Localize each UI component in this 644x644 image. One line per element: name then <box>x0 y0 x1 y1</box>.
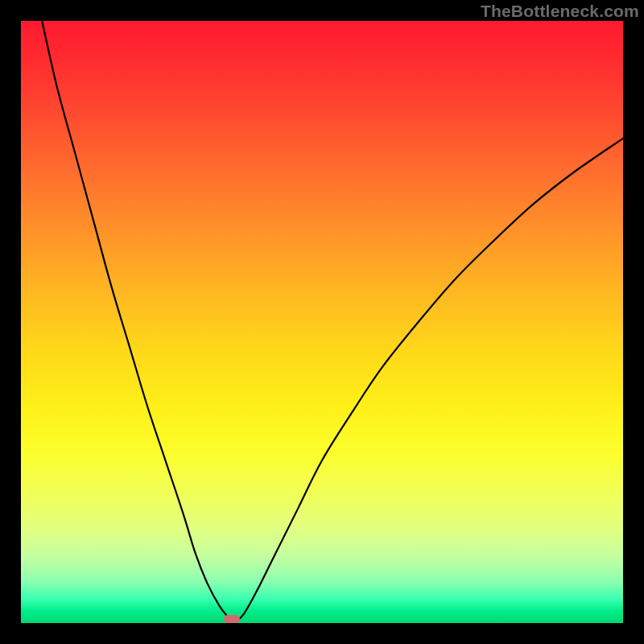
plot-area <box>21 21 623 623</box>
credit-text: TheBottleneck.com <box>481 2 639 21</box>
curve-svg <box>21 21 623 623</box>
chart-stage: TheBottleneck.com <box>0 0 644 644</box>
curve-right <box>235 138 623 622</box>
bottleneck-marker <box>224 615 240 623</box>
curve-left <box>42 21 234 622</box>
